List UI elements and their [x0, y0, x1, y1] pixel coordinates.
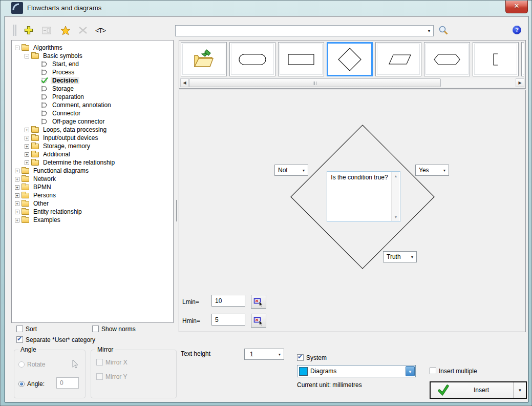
tree-item-label: Off-page connector — [51, 118, 107, 125]
search-combo-arrow[interactable]: ▼ — [425, 26, 433, 36]
tree-item-label: Other — [32, 200, 50, 207]
tree-toggle-plus-icon[interactable]: + — [25, 136, 29, 140]
scroll-up-icon[interactable]: ▲ — [392, 172, 400, 180]
system-checkbox[interactable]: System — [297, 354, 327, 361]
tree-toggle-plus-icon[interactable]: + — [15, 193, 19, 198]
search-combo[interactable]: ▼ — [175, 25, 434, 36]
tree-toggle-plus-icon[interactable]: + — [15, 169, 19, 173]
tree-toggle-plus-icon[interactable]: + — [15, 185, 19, 190]
tree-toggle-plus-icon[interactable]: + — [25, 144, 29, 149]
tree-item-preparation[interactable]: Preparation — [12, 93, 173, 101]
tree-item-examples[interactable]: +Examples — [12, 216, 173, 224]
tree-toggle-plus-icon[interactable]: + — [15, 218, 19, 222]
angle-input[interactable] — [56, 377, 79, 389]
lmin-reset-button[interactable] — [251, 295, 266, 309]
gallery-item-preparation[interactable] — [424, 42, 470, 76]
add-symbol-button[interactable] — [22, 24, 35, 37]
show-norms-checkbox[interactable]: Show norms — [92, 325, 136, 333]
toolbar-grip[interactable] — [13, 25, 16, 36]
tree-item-start-end[interactable]: Start, end — [12, 60, 173, 68]
insert-dropdown-arrow[interactable]: ▼ — [514, 382, 526, 398]
tree-item-storage-memory[interactable]: +Storage, memory — [12, 142, 173, 150]
titlebar[interactable]: Flowcharts and diagrams ✕ — [1, 1, 531, 16]
tree-item-label: Determine the relationship — [41, 159, 116, 166]
tree-item-input-output-devices[interactable]: +Input/output devices — [12, 134, 173, 142]
branch-left-combo[interactable]: Not ▼ — [274, 165, 308, 176]
tree-item-connector[interactable]: Connector — [12, 109, 173, 117]
tree-item-off-page-connector[interactable]: Off-page connector — [12, 117, 173, 126]
search-button[interactable] — [438, 25, 449, 36]
rotate-radio[interactable]: Rotate — [18, 360, 45, 368]
hmin-reset-button[interactable] — [251, 314, 266, 328]
scroll-left-icon[interactable]: ◀ — [180, 78, 189, 87]
tree-item-basic-symbols[interactable]: −Basic symbols — [12, 52, 173, 60]
tree-toggle-plus-icon[interactable]: + — [25, 160, 29, 165]
tree-item-network[interactable]: +Network — [12, 175, 173, 183]
folder-icon — [31, 160, 39, 166]
gallery-item-terminator[interactable] — [229, 42, 275, 76]
rotate-label: Rotate — [27, 361, 45, 368]
gallery-item-decision[interactable] — [327, 42, 373, 76]
tree-item-decision[interactable]: Decision — [12, 76, 173, 85]
scroll-right-icon[interactable]: ▶ — [516, 78, 524, 87]
tree-item-label: BPMN — [32, 184, 53, 191]
search-input[interactable] — [176, 26, 425, 36]
lmin-input[interactable] — [211, 295, 245, 307]
tree-item-persons[interactable]: +Persons — [12, 191, 173, 199]
delete-button[interactable] — [76, 24, 90, 37]
gallery-item-next-partial[interactable] — [521, 42, 524, 76]
separate-user-checkbox[interactable]: Separate *User* category — [16, 336, 95, 343]
favorites-button[interactable] — [59, 24, 72, 37]
tree-toggle-minus-icon[interactable]: − — [15, 46, 19, 50]
gallery-item-parent-folder[interactable] — [181, 42, 227, 76]
gallery-item-comment[interactable] — [473, 42, 519, 76]
sort-label: Sort — [26, 326, 37, 333]
tree-item-functional-diagrams[interactable]: +Functional diagrams — [12, 167, 173, 175]
close-button[interactable]: ✕ — [505, 1, 528, 13]
hmin-input[interactable] — [211, 314, 245, 326]
branch-right-combo[interactable]: Yes ▼ — [415, 165, 449, 176]
condition-scrollbar[interactable]: ▲ ▼ — [391, 172, 399, 221]
scroll-down-icon[interactable]: ▼ — [392, 213, 400, 221]
tree-toggle-plus-icon[interactable]: + — [15, 177, 19, 181]
mirror-x-checkbox[interactable]: Mirror X — [96, 358, 127, 366]
tree-item-process[interactable]: Process — [12, 68, 173, 76]
tree-toggle-plus-icon[interactable]: + — [25, 152, 29, 157]
tree-item-other[interactable]: +Other — [12, 199, 173, 208]
tree-item-bpmn[interactable]: +BPMN — [12, 183, 173, 191]
insert-button[interactable]: Insert ▼ — [430, 381, 527, 399]
tree-toggle-minus-icon[interactable]: − — [25, 54, 29, 58]
condition-textbox[interactable]: Is the condition true? ▲ ▼ — [327, 171, 400, 222]
chevron-down-icon: ▼ — [275, 353, 284, 356]
branch-bottom-combo[interactable]: Truth ▼ — [383, 251, 417, 262]
panel-splitter[interactable] — [176, 200, 177, 221]
tree-toggle-plus-icon[interactable]: + — [25, 128, 29, 132]
tree-item-determine-the-relationship[interactable]: +Determine the relationship — [12, 158, 173, 167]
angle-radio[interactable]: Angle: — [18, 380, 45, 388]
tree-item-comment-annotation[interactable]: Comment, annotation — [12, 101, 173, 109]
branch-right-value: Yes — [416, 167, 440, 174]
checkbox-box-checked — [16, 336, 23, 343]
sort-checkbox[interactable]: Sort — [16, 325, 37, 333]
text-symbol-button[interactable]: <T> — [94, 24, 107, 37]
separate-user-label: Separate *User* category — [26, 336, 95, 343]
layer-combo[interactable]: Diagrams ▼ — [297, 365, 416, 377]
tree-toggle-plus-icon[interactable]: + — [15, 201, 19, 206]
tree-item-algorithms[interactable]: −Algorithms — [12, 44, 173, 52]
gallery-item-process[interactable] — [278, 42, 324, 76]
gallery-item-data-io[interactable] — [375, 42, 421, 76]
tree-item-loops-data-processing[interactable]: +Loops, data processing — [12, 126, 173, 134]
tree-item-entity-relationship[interactable]: +Entity relationship — [12, 208, 173, 216]
help-button[interactable]: ? — [513, 26, 521, 34]
tree-item-storage[interactable]: Storage — [12, 85, 173, 93]
tree-item-label: Basic symbols — [41, 52, 84, 59]
properties-button[interactable] — [40, 24, 53, 37]
scrollbar-thumb[interactable] — [189, 78, 441, 87]
tree-item-additional[interactable]: +Additional — [12, 150, 173, 158]
insert-multiple-checkbox[interactable]: Insert multiple — [430, 367, 477, 375]
text-height-combo[interactable]: 1 ▼ — [244, 349, 284, 360]
angle-group: Angle Rotate Angle: — [14, 350, 86, 398]
gallery-scrollbar[interactable]: ◀ ▶ — [180, 78, 524, 87]
mirror-y-checkbox[interactable]: Mirror Y — [96, 373, 127, 380]
tree-toggle-plus-icon[interactable]: + — [15, 210, 19, 214]
